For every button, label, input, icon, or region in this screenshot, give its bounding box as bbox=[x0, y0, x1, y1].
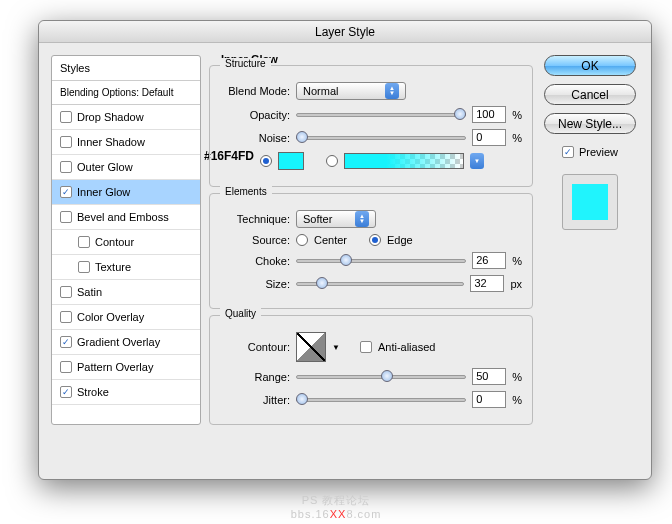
elements-legend: Elements bbox=[220, 186, 272, 197]
style-checkbox[interactable] bbox=[60, 286, 72, 298]
gradient-dropdown-icon[interactable]: ▼ bbox=[470, 153, 484, 169]
technique-select[interactable]: Softer ▲▼ bbox=[296, 210, 376, 228]
style-checkbox[interactable]: ✓ bbox=[60, 186, 72, 198]
noise-unit: % bbox=[512, 132, 522, 144]
preview-swatch bbox=[572, 184, 608, 220]
style-item-label: Stroke bbox=[77, 386, 109, 398]
source-label: Source: bbox=[220, 234, 290, 246]
color-swatch[interactable] bbox=[278, 152, 304, 170]
style-item-label: Contour bbox=[95, 236, 134, 248]
noise-label: Noise: bbox=[220, 132, 290, 144]
style-checkbox[interactable]: ✓ bbox=[60, 336, 72, 348]
style-checkbox[interactable] bbox=[60, 111, 72, 123]
style-checkbox[interactable] bbox=[60, 136, 72, 148]
style-item-label: Bevel and Emboss bbox=[77, 211, 169, 223]
dialog-buttons: OK Cancel New Style... ✓ Preview bbox=[541, 55, 639, 425]
technique-value: Softer bbox=[303, 213, 332, 225]
style-item-contour[interactable]: Contour bbox=[52, 230, 200, 255]
size-input[interactable]: 32 bbox=[470, 275, 504, 292]
new-style-button[interactable]: New Style... bbox=[544, 113, 636, 134]
range-input[interactable]: 50 bbox=[472, 368, 506, 385]
jitter-label: Jitter: bbox=[220, 394, 290, 406]
style-item-label: Pattern Overlay bbox=[77, 361, 153, 373]
style-item-outer-glow[interactable]: Outer Glow bbox=[52, 155, 200, 180]
choke-slider[interactable] bbox=[296, 254, 466, 268]
style-item-label: Texture bbox=[95, 261, 131, 273]
cancel-button[interactable]: Cancel bbox=[544, 84, 636, 105]
opacity-input[interactable]: 100 bbox=[472, 106, 506, 123]
contour-dropdown-icon[interactable]: ▼ bbox=[332, 343, 340, 352]
noise-slider[interactable] bbox=[296, 131, 466, 145]
opacity-slider[interactable] bbox=[296, 108, 466, 122]
style-item-color-overlay[interactable]: Color Overlay bbox=[52, 305, 200, 330]
chevron-updown-icon: ▲▼ bbox=[355, 211, 369, 227]
technique-label: Technique: bbox=[220, 213, 290, 225]
anti-alias-checkbox[interactable] bbox=[360, 341, 372, 353]
size-label: Size: bbox=[220, 278, 290, 290]
jitter-slider[interactable] bbox=[296, 393, 466, 407]
style-checkbox[interactable] bbox=[60, 361, 72, 373]
size-slider[interactable] bbox=[296, 277, 464, 291]
watermark-line1: PS 教程论坛 bbox=[0, 493, 672, 508]
style-item-label: Color Overlay bbox=[77, 311, 144, 323]
preview-checkbox[interactable]: ✓ bbox=[562, 146, 574, 158]
style-checkbox[interactable] bbox=[60, 161, 72, 173]
style-item-label: Satin bbox=[77, 286, 102, 298]
style-checkbox[interactable] bbox=[60, 311, 72, 323]
style-checkbox[interactable] bbox=[78, 236, 90, 248]
anti-alias-label: Anti-aliased bbox=[378, 341, 435, 353]
size-unit: px bbox=[510, 278, 522, 290]
style-item-label: Outer Glow bbox=[77, 161, 133, 173]
solid-color-radio[interactable] bbox=[260, 155, 272, 167]
style-item-stroke[interactable]: ✓Stroke bbox=[52, 380, 200, 405]
style-checkbox[interactable] bbox=[78, 261, 90, 273]
style-checkbox[interactable] bbox=[60, 211, 72, 223]
gradient-radio[interactable] bbox=[326, 155, 338, 167]
contour-picker[interactable] bbox=[296, 332, 326, 362]
range-label: Range: bbox=[220, 371, 290, 383]
structure-legend: Structure bbox=[220, 58, 271, 69]
elements-group: Elements Technique: Softer ▲▼ Source: Ce… bbox=[209, 193, 533, 309]
quality-group: Quality Contour: ▼ Anti-aliased Range: 5… bbox=[209, 315, 533, 425]
styles-header[interactable]: Styles bbox=[52, 56, 200, 81]
style-item-inner-glow[interactable]: ✓Inner Glow bbox=[52, 180, 200, 205]
blend-mode-select[interactable]: Normal ▲▼ bbox=[296, 82, 406, 100]
style-item-texture[interactable]: Texture bbox=[52, 255, 200, 280]
opacity-unit: % bbox=[512, 109, 522, 121]
source-edge-radio[interactable] bbox=[369, 234, 381, 246]
dialog-content: Styles Blending Options: Default Drop Sh… bbox=[39, 43, 651, 437]
style-item-gradient-overlay[interactable]: ✓Gradient Overlay bbox=[52, 330, 200, 355]
watermark: PS 教程论坛 bbs.16XX8.com bbox=[0, 493, 672, 520]
blend-mode-value: Normal bbox=[303, 85, 338, 97]
styles-list: Styles Blending Options: Default Drop Sh… bbox=[51, 55, 201, 425]
choke-unit: % bbox=[512, 255, 522, 267]
style-item-label: Drop Shadow bbox=[77, 111, 144, 123]
contour-label: Contour: bbox=[220, 341, 290, 353]
window-title: Layer Style bbox=[39, 21, 651, 43]
style-item-label: Gradient Overlay bbox=[77, 336, 160, 348]
style-item-satin[interactable]: Satin bbox=[52, 280, 200, 305]
style-item-bevel-and-emboss[interactable]: Bevel and Emboss bbox=[52, 205, 200, 230]
style-item-inner-shadow[interactable]: Inner Shadow bbox=[52, 130, 200, 155]
noise-input[interactable]: 0 bbox=[472, 129, 506, 146]
style-item-label: Inner Shadow bbox=[77, 136, 145, 148]
choke-input[interactable]: 26 bbox=[472, 252, 506, 269]
preview-label: Preview bbox=[579, 146, 618, 158]
ok-button[interactable]: OK bbox=[544, 55, 636, 76]
source-center-label: Center bbox=[314, 234, 347, 246]
style-checkbox[interactable]: ✓ bbox=[60, 386, 72, 398]
gradient-preview[interactable] bbox=[344, 153, 464, 169]
choke-label: Choke: bbox=[220, 255, 290, 267]
range-slider[interactable] bbox=[296, 370, 466, 384]
opacity-label: Opacity: bbox=[220, 109, 290, 121]
blending-options-row[interactable]: Blending Options: Default bbox=[52, 81, 200, 105]
source-edge-label: Edge bbox=[387, 234, 413, 246]
source-center-radio[interactable] bbox=[296, 234, 308, 246]
layer-style-dialog: Layer Style Styles Blending Options: Def… bbox=[38, 20, 652, 480]
style-item-pattern-overlay[interactable]: Pattern Overlay bbox=[52, 355, 200, 380]
jitter-input[interactable]: 0 bbox=[472, 391, 506, 408]
structure-group: Structure Blend Mode: Normal ▲▼ Opacity:… bbox=[209, 65, 533, 187]
range-unit: % bbox=[512, 371, 522, 383]
style-item-drop-shadow[interactable]: Drop Shadow bbox=[52, 105, 200, 130]
chevron-updown-icon: ▲▼ bbox=[385, 83, 399, 99]
